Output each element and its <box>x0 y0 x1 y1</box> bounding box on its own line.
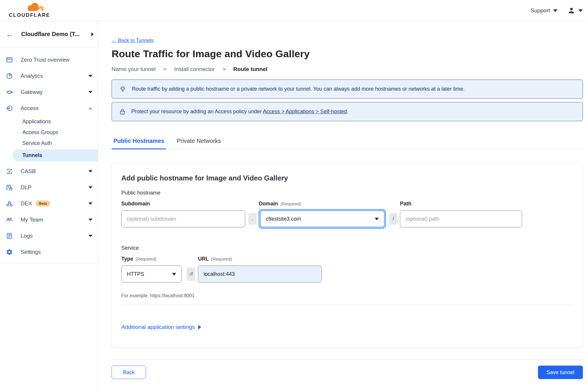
type-label-text: Type <box>121 256 133 262</box>
sidebar-item-settings[interactable]: Settings <box>0 244 98 260</box>
sidebar-subitem-label: Service Auth <box>22 140 52 146</box>
chevron-down-icon <box>375 218 379 220</box>
sidebar-item-label: Analytics <box>21 73 88 79</box>
sidebar-item-access-groups[interactable]: Access Groups <box>0 127 98 138</box>
path-input[interactable] <box>400 210 522 227</box>
step-name-your-tunnel[interactable]: Name your tunnel <box>112 66 156 72</box>
support-menu[interactable]: Support <box>530 7 558 14</box>
tab-bar: Public Hostnames Private Networks <box>112 138 583 149</box>
cloudflare-logo: CLOUDFLARE <box>5 1 52 19</box>
sidebar-item-tunnels[interactable]: Tunnels <box>12 149 98 161</box>
brand-wordmark: CLOUDFLARE <box>9 12 50 18</box>
domain-label-text: Domain <box>259 201 278 207</box>
sidebar-item-label: DLP <box>21 184 88 191</box>
chevron-down-icon <box>88 91 92 93</box>
chevron-down-icon <box>88 235 92 237</box>
sidebar-item-applications[interactable]: Applications <box>0 116 98 127</box>
slash-separator: / <box>389 213 397 224</box>
sidebar-item-text: DEX <box>21 200 32 207</box>
sidebar-account-header: ← Cloudflare Demo (T... <box>0 21 98 48</box>
path-label: Path <box>400 201 522 207</box>
type-label: Type(Required) <box>121 256 182 262</box>
user-avatar-icon <box>568 7 575 14</box>
service-field-row: Type(Required) HTTPS :// URL(Required) <box>121 256 573 283</box>
chevron-down-icon <box>553 9 558 12</box>
back-button[interactable]: Back <box>112 366 146 379</box>
main-content: ← Back to Tunnels Route Traffic for Imag… <box>98 21 587 392</box>
sidebar-item-gateway[interactable]: Gateway <box>0 84 98 100</box>
dlp-doc-lock-icon <box>6 184 13 191</box>
sidebar: ← Cloudflare Demo (T... Zero Trust overv… <box>0 21 98 392</box>
domain-selected-value: cftestsite3.com <box>266 216 301 222</box>
chevron-down-icon <box>88 186 92 189</box>
chevron-down-icon <box>88 170 92 173</box>
back-arrow-icon[interactable]: ← <box>6 31 14 38</box>
save-tunnel-button[interactable]: Save tunnel <box>538 366 583 379</box>
public-hostname-card: Add public hostname for Image and Video … <box>112 163 583 348</box>
sidebar-item-label: Zero Trust overview <box>21 57 92 63</box>
card-heading: Add public hostname for Image and Video … <box>121 174 573 182</box>
chevron-down-icon <box>88 202 92 205</box>
sidebar-item-analytics[interactable]: Analytics <box>0 68 98 84</box>
domain-label: Domain(Required) <box>259 201 386 207</box>
chevron-down-icon <box>88 75 92 77</box>
step-install-connector[interactable]: Install connector <box>174 66 215 72</box>
sidebar-subitem-label: Applications <box>22 119 51 125</box>
sidebar-item-label: Gateway <box>21 89 88 95</box>
url-label-text: URL <box>198 256 209 262</box>
access-applications-self-hosted-link[interactable]: Access > Applications > Self-hosted <box>263 109 347 114</box>
support-label: Support <box>530 7 550 14</box>
sidebar-nav: Zero Trust overview Analytics Gateway Ac… <box>0 48 98 263</box>
sidebar-item-dex[interactable]: DEX Beta <box>0 195 98 212</box>
chevron-down-icon <box>172 273 176 276</box>
sidebar-item-label: CASB <box>21 168 88 175</box>
protect-text-prefix: Protect your resource by adding an Acces… <box>131 109 263 114</box>
chevron-right-icon <box>198 325 201 330</box>
sidebar-item-label: My Team <box>21 217 88 223</box>
hostname-field-row: Subdomain . Domain(Required) cftestsite3… <box>121 201 573 227</box>
protect-banner: Protect your resource by adding an Acces… <box>112 102 583 121</box>
breadcrumb-separator: > <box>222 66 226 72</box>
tab-private-networks[interactable]: Private Networks <box>175 138 223 149</box>
top-bar: CLOUDFLARE Support <box>0 0 587 21</box>
sidebar-item-dlp[interactable]: DLP <box>0 179 98 195</box>
casb-check-icon <box>6 168 13 175</box>
lightbulb-icon <box>119 85 127 93</box>
service-url-input[interactable] <box>198 266 322 283</box>
subdomain-label: Subdomain <box>121 201 245 207</box>
people-icon <box>6 216 13 223</box>
tab-public-hostnames[interactable]: Public Hostnames <box>112 138 166 149</box>
sidebar-item-casb[interactable]: CASB <box>0 163 98 179</box>
sidebar-item-zero-trust-overview[interactable]: Zero Trust overview <box>0 52 98 68</box>
sidebar-item-label: Logs <box>21 233 88 239</box>
tip-banner: Route traffic by adding a public hostnam… <box>112 80 583 99</box>
url-example-text: For example, https://localhost:8001 <box>121 293 573 298</box>
additional-settings-toggle[interactable]: Additional application settings <box>121 324 201 330</box>
subdomain-input[interactable] <box>121 210 245 227</box>
sidebar-subitem-label: Access Groups <box>22 129 58 136</box>
page-title: Route Traffic for Image and Video Galler… <box>112 48 583 60</box>
window-icon <box>6 56 13 63</box>
dex-network-icon <box>6 200 13 207</box>
sidebar-item-my-team[interactable]: My Team <box>0 212 98 228</box>
breadcrumb: Name your tunnel > Install connector > R… <box>112 66 583 72</box>
access-icon <box>6 105 13 112</box>
breadcrumb-separator: > <box>163 66 166 72</box>
protect-banner-text: Protect your resource by adding an Acces… <box>131 109 348 115</box>
sidebar-item-access[interactable]: Access <box>0 100 98 116</box>
protect-text-suffix: . <box>347 109 348 114</box>
service-type-select[interactable]: HTTPS <box>121 266 182 283</box>
cloudflare-cloud-icon <box>25 2 46 13</box>
service-type-value: HTTPS <box>127 271 144 277</box>
sidebar-item-logs[interactable]: Logs <box>0 228 98 244</box>
user-menu[interactable] <box>568 7 583 14</box>
card-divider <box>121 305 573 305</box>
back-to-tunnels-link[interactable]: ← Back to Tunnels <box>112 38 154 43</box>
domain-select[interactable]: cftestsite3.com <box>260 210 385 227</box>
gateway-icon <box>6 89 13 96</box>
public-hostname-label: Public hostname <box>121 190 573 196</box>
additional-settings-label: Additional application settings <box>121 324 195 330</box>
chevron-right-icon[interactable] <box>91 32 94 36</box>
sidebar-item-service-auth[interactable]: Service Auth <box>0 138 98 149</box>
sidebar-subitem-label: Tunnels <box>22 152 42 158</box>
